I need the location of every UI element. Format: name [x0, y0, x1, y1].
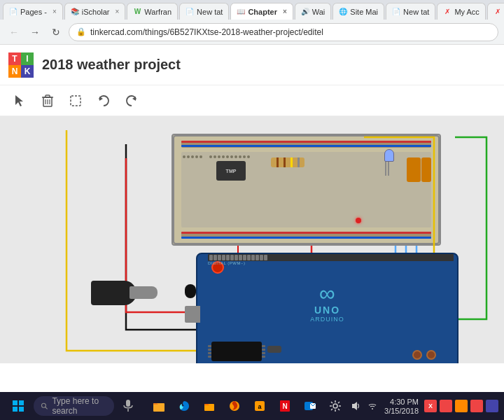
delete-button[interactable] — [36, 90, 59, 112]
logo-i: I — [21, 52, 34, 65]
tray-icon-1[interactable] — [349, 400, 362, 412]
taskbar-search-box[interactable]: Type here to search — [34, 396, 114, 416]
tray-icon-2[interactable] — [366, 400, 379, 412]
svg-rect-14 — [13, 400, 18, 405]
arduino-main-chip — [211, 342, 262, 361]
taskbar-settings-button[interactable] — [324, 395, 346, 417]
tab-chapter[interactable]: 📖 Chapter × — [230, 3, 293, 20]
tab-myadmin[interactable]: ✗ My Acc — [437, 3, 485, 20]
taskbar-right: 4:30 PM 3/15/2018 X — [349, 398, 498, 415]
forward-button[interactable]: → — [27, 24, 43, 41]
taskbar-explorer-button[interactable] — [148, 395, 170, 417]
firefox-icon — [227, 399, 241, 413]
taskbar-netflix-button[interactable]: N — [274, 395, 296, 417]
outlook-icon — [303, 399, 317, 413]
tray-red-icon[interactable]: X — [424, 400, 437, 412]
svg-line-19 — [46, 407, 48, 409]
svg-rect-15 — [19, 400, 24, 405]
folders-icon — [202, 399, 216, 413]
taskbar-outlook-button[interactable] — [299, 395, 321, 417]
tab-pages[interactable]: 📄 Pages - × — [3, 3, 63, 20]
lock-icon: 🔒 — [76, 27, 86, 36]
address-bar[interactable]: 🔒 tinkercad.com/things/6B527IKXtse-2018-… — [69, 23, 498, 41]
arduino-brand-label: ARDUINO — [310, 316, 344, 323]
taskbar-folders-button[interactable] — [198, 395, 220, 417]
arduino-board: ∞ UNO ARDUINO — [196, 253, 458, 363]
select-tool-button[interactable] — [8, 90, 31, 112]
select-icon — [13, 94, 27, 108]
tray-red-icon-2[interactable] — [440, 400, 452, 412]
arduino-crystal — [267, 346, 281, 353]
svg-rect-6 — [71, 96, 80, 106]
digital-label: DIGITAL (PWM~) — [208, 261, 246, 265]
tab-icon-myadmin: ✗ — [443, 8, 451, 16]
tab-icon-wai: 🔊 — [301, 8, 309, 16]
box-select-button[interactable] — [64, 90, 87, 112]
svg-rect-2 — [46, 95, 50, 97]
taskbar-amazon-button[interactable]: a — [248, 395, 271, 417]
tab-wai[interactable]: 🔊 Wai — [295, 3, 332, 20]
tab-ischolar[interactable]: 📚 iScholar × — [64, 3, 126, 20]
taskbar-clock[interactable]: 4:30 PM 3/15/2018 — [384, 398, 419, 415]
svg-rect-16 — [13, 407, 18, 412]
back-button[interactable]: ← — [6, 24, 22, 41]
redo-icon — [125, 94, 139, 108]
project-title: 2018 weather project — [42, 57, 181, 73]
taskbar-mic-button[interactable] — [117, 395, 139, 417]
capacitor-1 — [426, 350, 436, 360]
speaker-icon — [350, 400, 361, 412]
tray-red-icon-3[interactable] — [470, 400, 483, 412]
svg-point-31 — [333, 404, 337, 408]
tab-icon-pages: 📄 — [9, 8, 18, 16]
tab-chapter-label: Chapter — [248, 8, 277, 16]
circuit-container: TMP — [0, 116, 504, 363]
start-button[interactable] — [6, 393, 31, 419]
power-analog-label: POWER ANALOG IN — [253, 363, 303, 363]
arduino-power-port — [185, 284, 196, 298]
tab-warfran[interactable]: W Warfran — [127, 3, 178, 20]
address-text: tinkercad.com/things/6B527IKXtse-2018-we… — [90, 27, 491, 37]
connector-plug — [91, 274, 154, 312]
plug-connector — [130, 286, 158, 299]
arduino-uno-label: UNO — [310, 304, 344, 316]
circuit-canvas[interactable]: TMP — [0, 116, 504, 363]
box-select-icon — [69, 94, 83, 108]
breadboard: TMP — [172, 134, 441, 246]
taskbar-edge-button[interactable] — [173, 395, 195, 417]
mic-icon — [121, 399, 135, 413]
system-tray — [349, 400, 379, 412]
logo-n: N — [8, 65, 21, 78]
arduino-logo-area: ∞ UNO ARDUINO — [310, 282, 344, 323]
toolbar — [0, 85, 504, 116]
tray-blue-icon[interactable] — [486, 400, 498, 412]
tmp-sensor-label: TMP — [226, 169, 237, 174]
svg-text:N: N — [282, 402, 287, 410]
tab-sitemai[interactable]: 🌐 Site Mai — [332, 3, 384, 20]
tab-icon-newtat2: 📄 — [392, 8, 400, 16]
settings-icon — [328, 399, 342, 413]
arduino-infinity-logo: ∞ — [310, 282, 344, 304]
redo-button[interactable] — [120, 90, 143, 112]
tab-newtat1[interactable]: 📄 New tat — [179, 3, 229, 20]
tab-wixwei[interactable]: ✗ Wix Wei — [487, 3, 504, 20]
tab-icon-wixwei: ✗ — [493, 8, 502, 16]
tab-icon-newtat1: 📄 — [186, 8, 194, 16]
wifi-icon — [367, 400, 378, 412]
arduino-digital-header — [208, 254, 454, 261]
tray-orange-icon[interactable] — [455, 400, 468, 412]
taskbar-search-text: Type here to search — [52, 396, 107, 416]
arduino-usb-port — [185, 306, 200, 323]
file-explorer-icon — [152, 399, 166, 413]
browser-tabs: 📄 Pages - × 📚 iScholar × W Warfran 📄 New… — [0, 0, 504, 20]
reload-button[interactable]: ↻ — [48, 24, 64, 41]
taskbar-firefox-button[interactable] — [223, 395, 246, 417]
svg-point-18 — [41, 403, 46, 407]
undo-button[interactable] — [92, 90, 115, 112]
tab-icon-chapter: 📖 — [237, 8, 245, 16]
netflix-icon: N — [278, 399, 292, 413]
tab-icon-warfran: W — [133, 8, 141, 16]
tab-newtat2[interactable]: 📄 New tat — [386, 3, 435, 20]
browser-address-bar: ← → ↻ 🔒 tinkercad.com/things/6B527IKXtse… — [0, 20, 504, 45]
svg-rect-20 — [126, 400, 130, 407]
trash-icon — [41, 94, 54, 108]
